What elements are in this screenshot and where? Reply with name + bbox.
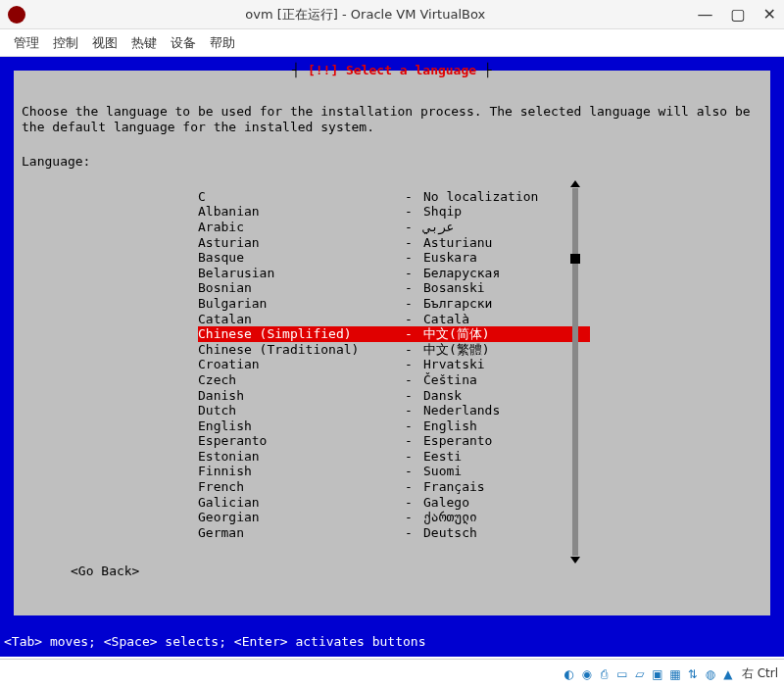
language-item[interactable]: Dutch-Nederlands [198, 403, 590, 418]
separator: - [394, 250, 423, 266]
sound-icon[interactable]: ◍ [703, 666, 718, 682]
language-item[interactable]: French-Français [198, 479, 590, 495]
separator: - [394, 280, 423, 296]
language-name: Basque [198, 250, 394, 266]
mouse-icon[interactable]: ▲ [720, 666, 736, 682]
language-name: Arabic [198, 220, 394, 235]
language-item[interactable]: Estonian-Eesti [198, 449, 590, 465]
language-list[interactable]: C-No localizationAlbanian-ShqipArabic-عر… [198, 189, 590, 541]
language-item[interactable]: Catalan-Català [198, 312, 590, 327]
menu-control[interactable]: 控制 [53, 34, 78, 52]
scroll-up-arrow-icon[interactable] [570, 180, 580, 187]
language-native: No localization [423, 189, 590, 205]
language-item[interactable]: Bulgarian-Български [198, 296, 590, 312]
menu-hotkeys[interactable]: 热键 [131, 34, 157, 52]
network-icon[interactable]: ⇅ [685, 666, 701, 682]
language-name: Czech [198, 372, 394, 388]
language-native: Français [423, 479, 590, 495]
language-item[interactable]: Galician-Galego [198, 495, 590, 511]
language-item[interactable]: Asturian-Asturianu [198, 235, 590, 251]
footer-help-text: <Tab> moves; <Space> selects; <Enter> ac… [4, 634, 425, 649]
window-titlebar: ovm [正在运行] - Oracle VM VirtualBox — ▢ ✕ [0, 0, 784, 29]
language-name: Chinese (Traditional) [198, 342, 394, 358]
language-native: Čeština [423, 372, 590, 388]
language-native: Deutsch [423, 525, 590, 541]
usb-icon[interactable]: ⎙ [597, 666, 612, 682]
language-item[interactable]: Chinese (Simplified)-中文(简体) [198, 326, 590, 342]
language-name: Albanian [198, 204, 394, 220]
language-name: Belarusian [198, 266, 394, 281]
language-item[interactable]: Chinese (Traditional)-中文(繁體) [198, 342, 590, 358]
language-name: Galician [198, 495, 394, 511]
language-native: Galego [423, 495, 590, 511]
language-name: English [198, 418, 394, 434]
language-name: Georgian [198, 510, 394, 525]
language-native: English [423, 418, 590, 434]
language-name: Catalan [198, 312, 394, 327]
language-name: Bulgarian [198, 296, 394, 312]
language-item[interactable]: Basque-Euskara [198, 250, 590, 266]
language-item[interactable]: Arabic-عربي [198, 220, 590, 235]
language-item[interactable]: Belarusian-Беларуская [198, 266, 590, 281]
language-item[interactable]: Danish-Dansk [198, 388, 590, 404]
separator: - [394, 464, 423, 479]
language-native: Euskara [423, 250, 590, 266]
language-name: German [198, 525, 394, 541]
hdd-icon[interactable]: ◐ [562, 666, 577, 682]
language-name: C [198, 189, 394, 205]
app-icon [8, 6, 25, 24]
language-item[interactable]: Czech-Čeština [198, 372, 590, 388]
language-name: Bosnian [198, 280, 394, 296]
language-item[interactable]: C-No localization [198, 189, 590, 205]
language-item[interactable]: Bosnian-Bosanski [198, 280, 590, 296]
separator: - [394, 418, 423, 434]
language-native: Shqip [423, 204, 590, 220]
cd-icon[interactable]: ◉ [579, 666, 595, 682]
separator: - [394, 403, 423, 418]
language-item[interactable]: Croatian-Hrvatski [198, 357, 590, 372]
minimize-button[interactable]: — [697, 5, 712, 24]
language-native: 中文(简体) [423, 326, 590, 342]
language-native: عربي [423, 220, 590, 235]
window-title: ovm [正在运行] - Oracle VM VirtualBox [33, 6, 697, 24]
menu-manage[interactable]: 管理 [14, 34, 39, 52]
language-label: Language: [22, 154, 762, 170]
close-button[interactable]: ✕ [763, 5, 776, 24]
sd-icon[interactable]: ▱ [632, 666, 648, 682]
dialog-instruction: Choose the language to be used for the i… [22, 104, 762, 134]
menubar: 管理 控制 视图 热键 设备 帮助 [0, 29, 784, 57]
maximize-button[interactable]: ▢ [730, 5, 745, 24]
language-item[interactable]: Finnish-Suomi [198, 464, 590, 479]
language-item[interactable]: German-Deutsch [198, 525, 590, 541]
host-key-label: 右 Ctrl [742, 665, 778, 682]
separator: - [394, 388, 423, 404]
language-name: Asturian [198, 235, 394, 251]
language-item[interactable]: Esperanto-Esperanto [198, 433, 590, 449]
menu-view[interactable]: 视图 [92, 34, 118, 52]
video-icon[interactable]: ▦ [667, 666, 683, 682]
language-item[interactable]: Georgian-ქართული [198, 510, 590, 525]
folder-icon[interactable]: ▭ [614, 666, 630, 682]
language-item[interactable]: Albanian-Shqip [198, 204, 590, 220]
language-dialog: ┤ [!!] Select a language ├ Choose the la… [14, 71, 770, 615]
separator: - [394, 266, 423, 281]
vm-screen[interactable]: ┤ [!!] Select a language ├ Choose the la… [0, 57, 784, 657]
separator: - [394, 342, 423, 358]
language-native: Asturianu [423, 235, 590, 251]
separator: - [394, 312, 423, 327]
language-native: Bosanski [423, 280, 590, 296]
go-back-button[interactable]: <Go Back> [71, 564, 762, 579]
scrollbar-thumb[interactable] [570, 254, 580, 264]
language-item[interactable]: English-English [198, 418, 590, 434]
menu-help[interactable]: 帮助 [210, 34, 235, 52]
separator: - [394, 433, 423, 449]
separator: - [394, 296, 423, 312]
language-native: Nederlands [423, 403, 590, 418]
menu-devices[interactable]: 设备 [171, 34, 196, 52]
scroll-down-arrow-icon[interactable] [570, 557, 580, 564]
display-icon[interactable]: ▣ [650, 666, 665, 682]
language-native: Eesti [423, 449, 590, 465]
scrollbar-track[interactable] [572, 188, 578, 556]
language-native: Català [423, 312, 590, 327]
separator: - [394, 479, 423, 495]
